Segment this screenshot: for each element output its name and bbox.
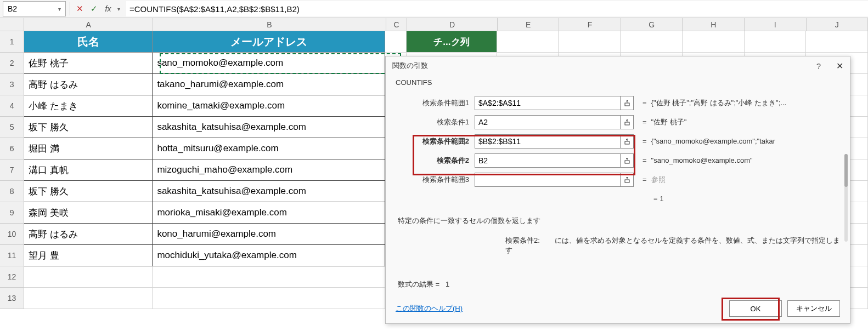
col-header-C[interactable]: C bbox=[386, 18, 408, 31]
col-header-E[interactable]: E bbox=[498, 18, 560, 31]
cell[interactable]: 堀田 満 bbox=[24, 138, 153, 159]
formula-input[interactable] bbox=[126, 1, 868, 16]
scrollbar-thumb[interactable] bbox=[844, 154, 848, 187]
row-header[interactable]: 10 bbox=[0, 224, 24, 245]
collapse-dialog-icon[interactable] bbox=[621, 134, 634, 149]
row-header[interactable]: 1 bbox=[0, 31, 24, 53]
col-header-F[interactable]: F bbox=[559, 18, 621, 31]
cell[interactable]: kono_harumi@example.com bbox=[153, 224, 385, 245]
cell[interactable]: sano_momoko@example.com bbox=[153, 53, 385, 74]
cell[interactable]: sakashita_katsuhisa@example.com bbox=[153, 117, 385, 138]
select-all-corner[interactable] bbox=[0, 18, 24, 31]
cell[interactable]: mizoguchi_maho@example.com bbox=[153, 159, 385, 181]
name-box[interactable]: B2 ▾ bbox=[3, 1, 66, 16]
cancel-button[interactable]: キャンセル bbox=[787, 300, 840, 317]
cell[interactable]: takano_harumi@example.com bbox=[153, 74, 385, 95]
cancel-icon[interactable]: ✕ bbox=[75, 4, 84, 14]
cell[interactable]: 望月 豊 bbox=[24, 245, 153, 266]
argument-input[interactable] bbox=[475, 115, 621, 129]
cell[interactable]: 森岡 美咲 bbox=[24, 202, 153, 224]
svg-rect-2 bbox=[625, 141, 629, 144]
cell[interactable]: morioka_misaki@example.com bbox=[153, 202, 385, 224]
collapse-dialog-icon[interactable] bbox=[621, 153, 634, 168]
cell[interactable] bbox=[153, 266, 385, 288]
cell[interactable]: チ...ク列 bbox=[407, 31, 497, 53]
function-help-link[interactable]: この関数のヘルプ(H) bbox=[396, 304, 463, 313]
cell[interactable] bbox=[683, 31, 745, 53]
separator bbox=[70, 2, 70, 15]
cell[interactable] bbox=[385, 31, 407, 53]
row-header[interactable]: 3 bbox=[0, 74, 24, 95]
chevron-down-icon[interactable]: ▾ bbox=[58, 6, 61, 12]
row-header[interactable]: 7 bbox=[0, 159, 24, 181]
argument-input[interactable] bbox=[475, 96, 621, 110]
argument-row: 検索条件2="sano_momoko@example.com" bbox=[396, 151, 840, 170]
svg-rect-4 bbox=[625, 180, 629, 182]
argument-label: 検索条件2 bbox=[396, 156, 471, 166]
cell[interactable]: 高野 はるみ bbox=[24, 224, 153, 245]
argument-result: "佐野 桃子" bbox=[651, 117, 687, 127]
dialog-title: 関数の引数 bbox=[392, 61, 428, 71]
row-header[interactable]: 6 bbox=[0, 138, 24, 159]
cell[interactable] bbox=[806, 31, 868, 53]
cell[interactable]: komine_tamaki@example.com bbox=[153, 95, 385, 117]
svg-rect-1 bbox=[625, 122, 629, 125]
dialog-titlebar[interactable]: 関数の引数 ? ✕ bbox=[386, 56, 850, 75]
col-header-A[interactable]: A bbox=[24, 18, 153, 31]
col-header-J[interactable]: J bbox=[807, 18, 869, 31]
cell[interactable]: 坂下 勝久 bbox=[24, 181, 153, 202]
function-description: 特定の条件に一致するセルの個数を返します bbox=[396, 216, 840, 226]
col-header-B[interactable]: B bbox=[153, 18, 386, 31]
fx-icon[interactable]: fx bbox=[103, 4, 113, 14]
cell[interactable] bbox=[24, 266, 153, 288]
argument-input[interactable] bbox=[475, 153, 621, 168]
cell[interactable]: 溝口 真帆 bbox=[24, 159, 153, 181]
help-icon[interactable]: ? bbox=[816, 61, 821, 71]
row-header[interactable]: 9 bbox=[0, 202, 24, 224]
cell[interactable]: 坂下 勝久 bbox=[24, 117, 153, 138]
formula-result-line: 数式の結果 = 1 bbox=[396, 279, 840, 289]
function-arguments-dialog: 関数の引数 ? ✕ COUNTIFS 検索条件範囲1={"佐野 桃子";"高野 … bbox=[385, 56, 850, 324]
row-header[interactable]: 8 bbox=[0, 181, 24, 202]
cell[interactable]: sakashita_katsuhisa@example.com bbox=[153, 181, 385, 202]
row-header[interactable]: 13 bbox=[0, 288, 24, 309]
function-name: COUNTIFS bbox=[396, 78, 840, 87]
name-box-value: B2 bbox=[8, 4, 17, 13]
col-header-G[interactable]: G bbox=[621, 18, 683, 31]
row-header[interactable]: 5 bbox=[0, 117, 24, 138]
cell[interactable]: 佐野 桃子 bbox=[24, 53, 153, 74]
column-headers: A B C D E F G H I J bbox=[0, 18, 868, 31]
enter-icon[interactable]: ✓ bbox=[89, 4, 99, 14]
close-icon[interactable]: ✕ bbox=[836, 61, 843, 71]
scrollbar[interactable] bbox=[844, 154, 848, 242]
col-header-D[interactable]: D bbox=[407, 18, 497, 31]
ok-button[interactable]: OK bbox=[729, 300, 782, 317]
cell[interactable]: 高野 はるみ bbox=[24, 74, 153, 95]
collapse-dialog-icon[interactable] bbox=[621, 96, 634, 110]
argument-label: 検索条件範囲1 bbox=[396, 98, 471, 108]
cell[interactable] bbox=[497, 31, 559, 53]
argument-input[interactable] bbox=[475, 173, 621, 187]
col-header-I[interactable]: I bbox=[745, 18, 807, 31]
argument-input[interactable] bbox=[475, 134, 621, 149]
cell[interactable] bbox=[621, 31, 683, 53]
row-header[interactable]: 12 bbox=[0, 266, 24, 288]
cell[interactable] bbox=[745, 31, 807, 53]
cell[interactable] bbox=[559, 31, 621, 53]
cell[interactable]: 氏名 bbox=[24, 31, 153, 53]
cell[interactable] bbox=[153, 288, 385, 309]
cell[interactable]: メールアドレス bbox=[153, 31, 385, 53]
row-header[interactable]: 4 bbox=[0, 95, 24, 117]
collapse-dialog-icon[interactable] bbox=[621, 115, 634, 129]
row-header[interactable]: 2 bbox=[0, 53, 24, 74]
chevron-down-icon[interactable]: ▾ bbox=[117, 6, 123, 12]
cell[interactable]: 小峰 たまき bbox=[24, 95, 153, 117]
cell[interactable] bbox=[24, 288, 153, 309]
cell[interactable]: mochiduki_yutaka@example.com bbox=[153, 245, 385, 266]
col-header-H[interactable]: H bbox=[683, 18, 745, 31]
row-header[interactable]: 11 bbox=[0, 245, 24, 266]
cell[interactable]: hotta_mitsuru@example.com bbox=[153, 138, 385, 159]
argument-label: 検索条件範囲2 bbox=[396, 136, 471, 146]
argument-row: 検索条件範囲2={"sano_momoko@example.com";"taka… bbox=[396, 132, 840, 151]
collapse-dialog-icon[interactable] bbox=[621, 173, 634, 187]
